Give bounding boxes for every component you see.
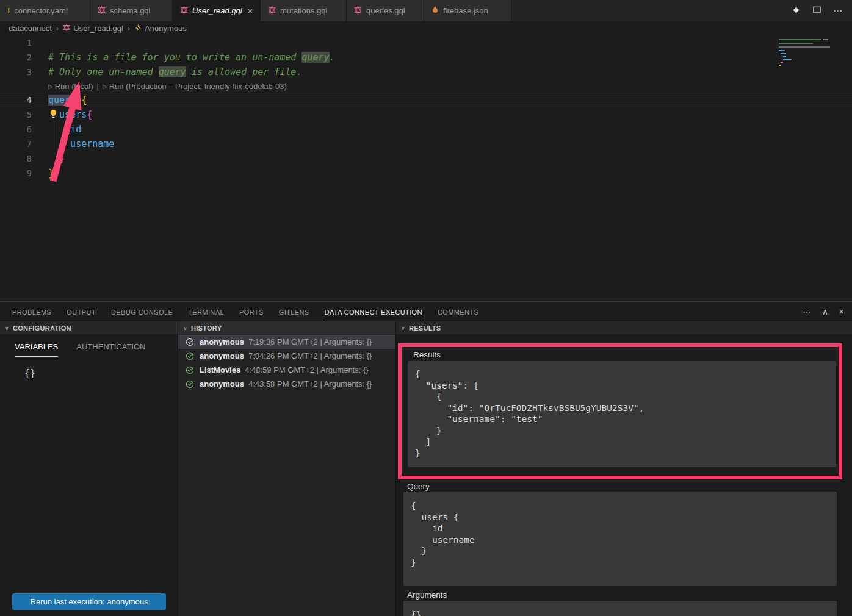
split-editor-icon[interactable] (812, 5, 821, 16)
tab-label: schema.gql (110, 6, 150, 15)
codelens-divider: | (97, 82, 99, 91)
history-item[interactable]: anonymous 7:19:36 PM GMT+2 | Arguments: … (178, 335, 395, 349)
panel-tab-problems[interactable]: PROBLEMS (12, 304, 51, 320)
line-number: 3 (0, 67, 32, 77)
graphql-icon (180, 6, 188, 16)
tab-label: firebase.json (443, 6, 488, 15)
tab-label: User_read.gql (192, 6, 242, 15)
panel-tab-ports[interactable]: PORTS (239, 304, 264, 320)
check-circle-icon (186, 352, 194, 360)
configuration-header[interactable]: ∨ CONFIGURATION (0, 321, 178, 334)
graphql-icon (63, 24, 70, 33)
tab-connector-yaml[interactable]: ! connector.yaml (0, 0, 90, 21)
yaml-icon: ! (7, 6, 10, 15)
query-text: { users { id username } } (403, 492, 837, 586)
panel-tab-bar: PROBLEMS OUTPUT DEBUG CONSOLE TERMINAL P… (0, 302, 852, 321)
tab-queries-gql[interactable]: queries.gql (347, 0, 424, 21)
graphql-icon (354, 6, 362, 16)
editor-tab-bar: ! connector.yaml schema.gql User_read.gq… (0, 0, 852, 21)
graphql-icon (98, 6, 106, 16)
line-number: 1 (0, 38, 32, 48)
line-number: 5 (0, 110, 32, 120)
check-circle-icon (186, 366, 194, 374)
line-number: 4 (0, 95, 32, 105)
line-number: 9 (0, 168, 32, 178)
breadcrumb-separator: › (56, 24, 59, 33)
panel-maximize-icon[interactable]: ∧ (822, 307, 829, 317)
play-icon: ▷ (48, 83, 53, 90)
code-editor[interactable]: 1 2# This is a file for you to write an … (0, 35, 852, 301)
tab-mutations-gql[interactable]: mutations.gql (261, 0, 347, 21)
history-item[interactable]: anonymous 7:04:26 PM GMT+2 | Arguments: … (178, 349, 395, 363)
code-line-current[interactable]: 4query { (0, 93, 852, 107)
chevron-down-icon: ∨ (183, 325, 187, 331)
panel-tab-comments[interactable]: COMMENTS (438, 304, 478, 320)
code-line[interactable]: 7 username (0, 137, 852, 151)
more-actions-icon[interactable]: ⋯ (833, 5, 842, 16)
panel-tab-gitlens[interactable]: GITLENS (279, 304, 309, 320)
tab-label: mutations.gql (280, 6, 327, 15)
history-header[interactable]: ∨ HISTORY (178, 321, 395, 334)
check-circle-icon (186, 338, 194, 346)
firebase-icon (431, 5, 439, 16)
run-local-link[interactable]: ▷Run (local) (48, 82, 93, 91)
panel-tab-debug-console[interactable]: DEBUG CONSOLE (111, 304, 173, 320)
variables-value[interactable]: {} (24, 368, 178, 379)
history-item[interactable]: ListMovies 4:48:59 PM GMT+2 | Arguments:… (178, 363, 395, 377)
results-label: Results (406, 348, 834, 361)
tab-authentication[interactable]: AUTHENTICATION (76, 342, 145, 357)
tab-label: queries.gql (366, 6, 405, 15)
tab-variables[interactable]: VARIABLES (15, 342, 58, 357)
operation-symbol-icon (134, 24, 142, 34)
breadcrumb-anonymous-symbol[interactable]: Anonymous (134, 24, 187, 34)
code-line[interactable]: 5 users{ (0, 107, 852, 122)
code-line[interactable]: 8 } (0, 151, 852, 166)
code-line[interactable]: 2# This is a file for you to write an un… (0, 50, 852, 65)
history-item[interactable]: anonymous 4:43:58 PM GMT+2 | Arguments: … (178, 377, 395, 391)
minimap[interactable] (778, 38, 836, 70)
history-section: ∨ HISTORY anonymous 7:19:36 PM GMT+2 | A… (178, 321, 396, 616)
chevron-down-icon: ∨ (401, 325, 405, 331)
panel-tab-terminal[interactable]: TERMINAL (188, 304, 224, 320)
rerun-button[interactable]: Rerun last execution: anonymous (12, 593, 166, 610)
results-highlight-annotation: Results { "users": [ { "id": "OrTucFODZH… (398, 343, 842, 479)
line-number: 6 (0, 124, 32, 134)
code-line[interactable]: 1 (0, 35, 852, 50)
breadcrumb-file[interactable]: User_read.gql (63, 24, 123, 33)
copilot-sparkle-icon[interactable] (792, 5, 801, 16)
close-tab-icon[interactable]: × (247, 6, 253, 15)
tab-schema-gql[interactable]: schema.gql (90, 0, 173, 21)
breadcrumb: dataconnect › User_read.gql › Anonymous (0, 21, 852, 35)
run-production-link[interactable]: ▷Run (Production – Project: friendly-fli… (103, 82, 287, 91)
configuration-section: ∨ CONFIGURATION VARIABLES AUTHENTICATION… (0, 321, 178, 616)
breadcrumb-dataconnect[interactable]: dataconnect (9, 24, 52, 33)
code-line[interactable]: 9} (0, 166, 852, 181)
tab-label: connector.yaml (14, 6, 67, 15)
line-number: 8 (0, 154, 32, 163)
tab-firebase-json[interactable]: firebase.json (424, 0, 511, 21)
results-header[interactable]: ∨ RESULTS (396, 321, 852, 334)
vscode-window: ! connector.yaml schema.gql User_read.gq… (0, 0, 852, 616)
indent-guide (54, 122, 54, 166)
tab-user-read-gql[interactable]: User_read.gql × (173, 0, 261, 21)
arguments-text: {} (403, 601, 837, 616)
play-icon: ▷ (103, 83, 107, 90)
line-number: 7 (0, 139, 32, 149)
results-section: ∨ RESULTS Results { "users": [ { "id": "… (396, 321, 852, 616)
lightbulb-icon[interactable] (49, 109, 58, 121)
results-json: { "users": [ { "id": "OrTucFODZHTksvBSBU… (408, 361, 836, 467)
editor-actions: ⋯ (792, 0, 852, 21)
panel-close-icon[interactable]: × (839, 307, 844, 317)
code-line[interactable]: 3# Only one un-named query is allowed pe… (0, 65, 852, 79)
chevron-down-icon: ∨ (5, 325, 9, 331)
panel-tab-data-connect-execution[interactable]: DATA CONNECT EXECUTION (325, 304, 422, 320)
check-circle-icon (186, 380, 194, 389)
panel-tab-output[interactable]: OUTPUT (67, 304, 96, 320)
line-number: 2 (0, 52, 32, 62)
query-label: Query (400, 480, 430, 493)
graphql-icon (268, 6, 276, 16)
code-line[interactable]: 6 id (0, 122, 852, 137)
breadcrumb-separator: › (128, 24, 130, 33)
panel-more-icon[interactable]: ⋯ (803, 307, 811, 317)
codelens-row: ▷Run (local) | ▷Run (Production – Projec… (0, 79, 852, 93)
